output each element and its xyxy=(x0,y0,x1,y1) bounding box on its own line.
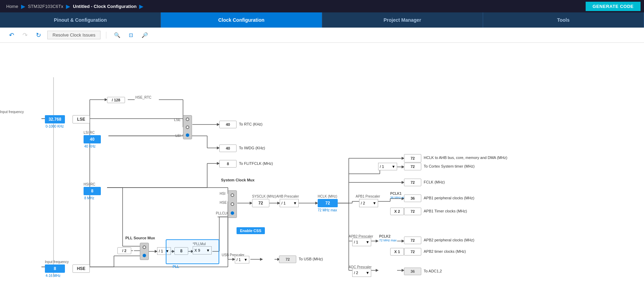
flit-val-block[interactable]: 8 xyxy=(219,160,237,168)
usb-div-dropdown[interactable]: / 1▼ xyxy=(235,256,249,263)
usb-val-block[interactable]: 72 xyxy=(279,256,296,263)
rtc-mux-hse[interactable] xyxy=(186,118,189,121)
apb2-div-dropdown[interactable]: / 1▼ xyxy=(352,238,371,246)
rtc-label: To RTC (KHz) xyxy=(239,122,262,126)
rtc-mux-lse[interactable] xyxy=(186,126,189,129)
rtc-mux[interactable] xyxy=(183,115,192,139)
tab-project[interactable]: Project Manager xyxy=(322,12,483,28)
hclk-block[interactable]: 72 xyxy=(318,199,338,207)
tab-pinout[interactable]: Pinout & Configuration xyxy=(0,12,161,28)
separator xyxy=(106,32,106,39)
input-freq-2-range: 4-16 MHz xyxy=(46,274,60,278)
nav-project[interactable]: Untitled - Clock Configuration xyxy=(70,4,139,9)
div128-block[interactable]: / 128 xyxy=(107,97,125,103)
pclk1-label: PCLK1 xyxy=(390,192,402,196)
hsi-mhz: 8 MHz xyxy=(84,196,94,200)
apb1-periph-label: APB1 peripheral clocks (MHz) xyxy=(424,196,474,200)
hclk-max: 72 MHz max xyxy=(318,208,337,212)
apb1-prescaler-label: APB1 Prescaler xyxy=(356,194,380,198)
sysclk-mux-hsi[interactable] xyxy=(231,193,234,197)
hclk-ahb-block[interactable]: 72 xyxy=(404,154,421,162)
hse-rtc-label: HSE_RTC xyxy=(135,96,152,99)
cortex-val-block[interactable]: 72 xyxy=(404,163,421,170)
apb1-x2-block: X 2 xyxy=(390,208,404,215)
lsi-rc-label: LSI RC xyxy=(84,131,95,134)
pll-box xyxy=(166,239,219,264)
toolbar: ↶ ↷ ↻ Resolve Clock Issues 🔍 ⊡ 🔎 xyxy=(0,28,644,43)
adc-label: To ADC1,2 xyxy=(424,269,442,273)
cortex-div-dropdown[interactable]: / 1▼ xyxy=(378,163,397,170)
tab-tools[interactable]: Tools xyxy=(483,12,644,28)
redo-button[interactable]: ↷ xyxy=(20,31,30,40)
zoom-in-button[interactable]: 🔍 xyxy=(112,31,123,39)
fclk-label: FCLK (MHz) xyxy=(424,180,445,184)
hclk-ahb-label: HCLK to AHB bus, core, memory and DMA (M… xyxy=(424,156,507,160)
input-freq-1-label: Input frequency xyxy=(0,110,24,114)
tab-clock[interactable]: Clock Configuration xyxy=(161,12,322,28)
iwdg-label: To IWDG (KHz) xyxy=(239,146,265,150)
lse-block[interactable]: LSE xyxy=(73,115,90,123)
ahb-div-dropdown[interactable]: / 1▼ xyxy=(280,199,299,207)
rtc-mux-lsi[interactable] xyxy=(186,133,189,137)
input-freq-2-block[interactable]: 8 xyxy=(45,264,65,273)
lse-mux-label: LSE xyxy=(174,118,181,122)
sysclk-mux[interactable] xyxy=(228,190,237,218)
sys-clock-mux-label: System Clock Mux xyxy=(221,178,254,182)
pclk2-label: PCLK2 xyxy=(379,234,391,238)
apb2-timer-block[interactable]: 72 xyxy=(404,248,421,256)
apb2-timer-label: APB2 timer clocks (MHz) xyxy=(424,249,466,253)
connectors-svg xyxy=(0,43,644,290)
nav-device[interactable]: STM32F103C6Tx xyxy=(25,4,66,9)
hsi-rc-label: HSI RC xyxy=(84,182,95,186)
pclk2-max: 72 MHz max xyxy=(379,239,397,242)
pll-source-mux[interactable] xyxy=(140,243,149,260)
pll-mux-hsi[interactable] xyxy=(143,246,146,249)
input-freq-1-block[interactable]: 32.768 xyxy=(45,115,65,123)
iwdg-val-block[interactable]: 40 xyxy=(219,144,237,152)
generate-code-button[interactable]: GENERATE CODE xyxy=(586,2,641,11)
usb-label: To USB (MHz) xyxy=(299,257,323,261)
hsi-sys-label: HSI xyxy=(220,192,225,196)
adc-div-dropdown[interactable]: / 2▼ xyxy=(352,269,371,277)
input-freq-1-range: 0-1000 KHz xyxy=(46,124,64,128)
sysclk-mux-pll[interactable] xyxy=(231,211,234,215)
rtc-val-block[interactable]: 40 xyxy=(219,121,237,128)
apb1-timer-label: APB1 Timer clocks (MHz) xyxy=(424,209,467,213)
ahb-prescaler-label: AHB Prescaler xyxy=(276,194,299,198)
cortex-label: To Cortex System timer (MHz) xyxy=(424,164,474,168)
sysclk-label: SYSCLK (MHz) xyxy=(252,194,276,198)
refresh-button[interactable]: ↻ xyxy=(34,31,43,40)
zoom-fit-button[interactable]: ⊡ xyxy=(127,31,135,39)
nav-home[interactable]: Home xyxy=(3,4,21,9)
apb2-x1-block: X 1 xyxy=(390,248,404,256)
resolve-clock-button[interactable]: Resolve Clock Issues xyxy=(47,31,100,39)
hse-sys-label: HSE xyxy=(220,201,227,204)
hse-block[interactable]: HSE xyxy=(73,264,90,273)
fclk-val-block[interactable]: 72 xyxy=(404,179,421,186)
undo-button[interactable]: ↶ xyxy=(7,31,16,40)
lsi-block[interactable]: 40 xyxy=(84,135,101,143)
breadcrumb: Home ▶ STM32F103C6Tx ▶ Untitled - Clock … xyxy=(3,3,586,10)
sysclk-val-block[interactable]: 72 xyxy=(252,199,269,207)
apb1-timer-block[interactable]: 72 xyxy=(404,208,421,215)
apb2-periph-label: APB2 peripheral clocks (MHz) xyxy=(424,238,474,242)
apb1-periph-block[interactable]: 36 xyxy=(404,194,421,202)
zoom-out-button[interactable]: 🔎 xyxy=(140,31,150,39)
tab-bar: Pinout & Configuration Clock Configurati… xyxy=(0,12,644,28)
apb2-periph-block[interactable]: 72 xyxy=(404,237,421,244)
lsi-mux-label: LSI xyxy=(175,134,181,138)
hsi-block[interactable]: 8 xyxy=(84,187,101,195)
pll-source-label: PLL Source Mux xyxy=(125,236,155,240)
enable-css-button[interactable]: Enable CSS xyxy=(237,227,265,234)
sysclk-mux-hse[interactable] xyxy=(231,202,234,206)
input-freq-2-label: Input frequency xyxy=(45,260,69,264)
clock-canvas: Input frequency 32.768 0-1000 KHz LSE LS… xyxy=(0,43,644,290)
apb1-div-dropdown[interactable]: / 2▼ xyxy=(359,199,378,207)
pll-mux-hse[interactable] xyxy=(143,254,146,257)
pll-hsi-div2[interactable]: / 2 xyxy=(117,247,131,254)
lsi-khz: 40 KHz xyxy=(84,144,96,148)
adc-val-block[interactable]: 36 xyxy=(404,268,421,275)
pllclk-sys-label: PLLCLK xyxy=(216,211,229,215)
top-nav: Home ▶ STM32F103C6Tx ▶ Untitled - Clock … xyxy=(0,0,644,12)
flit-label: To FLITFCLK (MHz) xyxy=(239,161,273,166)
